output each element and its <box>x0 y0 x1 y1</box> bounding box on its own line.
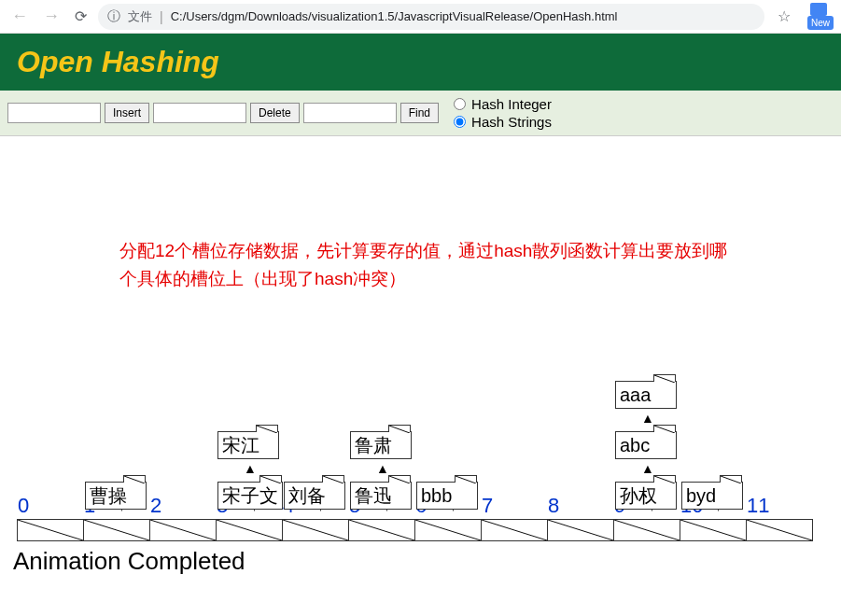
chain-link-arrow-icon: ▲ <box>244 461 257 476</box>
hash-slot: 7 <box>481 519 548 541</box>
hash-slot: 9↑ <box>613 519 680 541</box>
insert-input[interactable] <box>7 103 101 123</box>
url-separator: | <box>160 9 163 24</box>
node-value: 曹操 <box>90 485 127 506</box>
svg-line-6 <box>415 520 481 540</box>
svg-line-15 <box>323 476 343 483</box>
svg-line-9 <box>614 520 680 540</box>
node-null-cap <box>653 425 676 432</box>
hash-slot: 4↑ <box>282 519 349 541</box>
extension-icon <box>810 3 827 16</box>
chain-node: 鲁迅 <box>350 482 412 510</box>
chain-link-arrow-icon: ▲ <box>641 461 654 476</box>
chain-node: 宋子文 <box>217 482 283 510</box>
hash-slot: 11 <box>746 519 813 541</box>
svg-line-8 <box>548 520 613 540</box>
controls-bar: Insert Delete Find Hash Integer Hash Str… <box>0 91 841 136</box>
url-text: C:/Users/dgm/Downloads/visualization1.5/… <box>171 9 618 23</box>
node-null-cap <box>259 475 282 483</box>
svg-line-16 <box>389 476 410 483</box>
find-input[interactable] <box>303 103 397 123</box>
svg-line-1 <box>84 520 149 540</box>
find-button[interactable]: Find <box>400 103 439 123</box>
svg-line-7 <box>482 520 547 540</box>
node-value: 宋江 <box>222 435 259 455</box>
chain-node: 宋江 <box>217 431 279 459</box>
radio-integer-input[interactable] <box>454 98 466 110</box>
extension-badge[interactable]: New <box>804 3 834 30</box>
node-value: 刘备 <box>288 485 326 506</box>
hash-slot: 2 <box>149 519 217 541</box>
svg-line-22 <box>721 476 741 483</box>
svg-line-20 <box>654 426 675 433</box>
node-null-cap <box>388 475 411 483</box>
url-prefix: 文件 <box>128 8 152 25</box>
node-null-cap <box>455 475 477 483</box>
slot-index: 7 <box>482 494 493 518</box>
delete-button[interactable]: Delete <box>250 103 300 123</box>
back-button[interactable]: ← <box>7 7 32 26</box>
svg-line-18 <box>456 476 476 483</box>
node-value: byd <box>686 485 716 506</box>
svg-line-19 <box>654 476 675 483</box>
node-value: 宋子文 <box>222 485 278 506</box>
hash-slot: 5↑ <box>348 519 415 541</box>
chain-node: aaa <box>615 381 677 409</box>
radio-hash-strings[interactable]: Hash Strings <box>454 114 552 130</box>
slot-row: 01↑23↑4↑5↑6↑789↑10↑11 <box>17 519 812 541</box>
new-label: New <box>807 16 834 30</box>
slot-index: 8 <box>548 494 559 518</box>
hash-slot: 6↑ <box>414 519 482 541</box>
svg-line-17 <box>389 426 410 433</box>
hash-slot: 1↑ <box>83 519 150 541</box>
svg-line-4 <box>283 520 348 540</box>
node-null-cap <box>123 475 146 483</box>
chain-link-arrow-icon: ▲ <box>376 461 389 476</box>
chain-node: 鲁肃 <box>350 431 412 459</box>
annotation-text: 分配12个槽位存储数据，先计算要存的值，通过hash散列函数计算出要放到哪个具体… <box>119 237 736 294</box>
svg-line-2 <box>150 520 216 540</box>
radio-hash-integer[interactable]: Hash Integer <box>454 96 552 112</box>
chain-node: 刘备 <box>284 482 345 510</box>
node-null-cap <box>322 475 344 483</box>
insert-button[interactable]: Insert <box>105 103 149 123</box>
slot-index: 11 <box>747 494 769 518</box>
slot-index: 2 <box>150 494 161 518</box>
hash-slot: 10↑ <box>680 519 747 541</box>
status-text: Animation Completed <box>13 547 245 576</box>
node-value: 鲁肃 <box>355 435 392 455</box>
node-value: 孙权 <box>620 485 657 506</box>
node-value: aaa <box>620 385 651 405</box>
svg-line-12 <box>124 476 145 483</box>
info-icon: ⓘ <box>107 8 120 25</box>
chain-node: byd <box>681 482 743 510</box>
svg-line-3 <box>217 520 282 540</box>
hash-type-radio-group: Hash Integer Hash Strings <box>454 96 552 130</box>
node-null-cap <box>653 374 676 382</box>
chain-node: 曹操 <box>85 482 147 510</box>
svg-line-14 <box>257 426 277 433</box>
svg-line-0 <box>18 520 83 540</box>
radio-strings-input[interactable] <box>454 116 466 128</box>
reload-button[interactable]: ⟳ <box>71 7 91 25</box>
slot-index: 0 <box>18 494 29 518</box>
delete-input[interactable] <box>153 103 246 123</box>
chain-node: 孙权 <box>615 482 677 510</box>
node-null-cap <box>388 425 411 432</box>
chain-node: abc <box>615 431 677 459</box>
svg-line-13 <box>260 476 281 483</box>
forward-button[interactable]: → <box>39 7 63 26</box>
hash-slot: 3↑ <box>216 519 283 541</box>
url-bar[interactable]: ⓘ 文件 | C:/Users/dgm/Downloads/visualizat… <box>98 4 764 30</box>
radio-strings-label: Hash Strings <box>471 114 552 130</box>
svg-line-21 <box>654 375 675 383</box>
svg-line-11 <box>747 520 812 540</box>
chain-node: bbb <box>416 482 478 510</box>
visualization-area: 分配12个槽位存储数据，先计算要存的值，通过hash散列函数计算出要放到哪个具体… <box>0 136 841 616</box>
node-null-cap <box>653 475 676 483</box>
bookmark-star-icon[interactable]: ☆ <box>772 7 796 25</box>
page-title: Open Hashing <box>17 45 824 79</box>
hash-slot: 8 <box>547 519 614 541</box>
node-value: abc <box>620 435 650 455</box>
title-bar: Open Hashing <box>0 34 841 91</box>
